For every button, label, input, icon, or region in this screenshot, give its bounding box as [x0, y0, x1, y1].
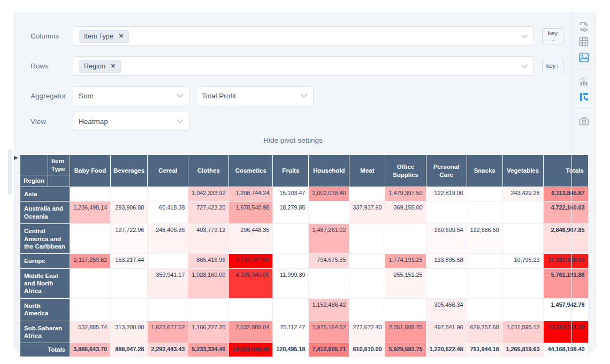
aggregator-value: Sum	[79, 92, 94, 100]
pivot-cell: 1,976,164.52	[309, 321, 349, 343]
pivot-cell: 133,895.58	[426, 254, 467, 268]
col-total-cell: 2,292,443.43	[148, 343, 188, 357]
pivot-cell	[111, 298, 148, 321]
pivot-cell: 727,423.20	[188, 202, 229, 224]
pivot-cell: 296,448.35	[229, 224, 273, 254]
columns-tags: Item Type✕	[79, 30, 132, 43]
pivot-cell	[273, 298, 309, 321]
rows-sort-key-button[interactable]: key ↓	[542, 59, 563, 73]
col-attr-label: Item Type	[48, 155, 70, 175]
collapse-handle-icon[interactable]: ▶	[14, 153, 19, 162]
pivot-cell	[502, 224, 543, 254]
columns-label: Columns	[30, 32, 59, 40]
pivot-cell: 1,678,540.98	[229, 202, 273, 224]
pivot-cell: 1,487,261.02	[309, 224, 349, 254]
row-header: Middle East and North Africa	[20, 268, 70, 298]
pivot-cell: 10,795.23	[502, 254, 543, 268]
hide-pivot-settings-link[interactable]: Hide pivot settings	[263, 136, 322, 144]
field-tag[interactable]: Item Type✕	[79, 30, 129, 43]
pivot-cell: 1,479,397.50	[385, 187, 426, 202]
col-total-cell: 888,047.28	[111, 343, 148, 357]
toolbar-divider	[577, 69, 591, 69]
table-grid-icon[interactable]	[578, 36, 590, 48]
pivot-cell	[70, 187, 110, 202]
row-header: Sub-Saharan Africa	[20, 321, 70, 343]
pivot-cell: 2,032,888.04	[229, 321, 273, 343]
pivot-cell: 1,011,595.12	[502, 321, 543, 343]
pivot-cell: 337,937.60	[349, 202, 385, 224]
rows-select[interactable]: Region✕	[73, 56, 534, 76]
bar-chart-icon[interactable]	[578, 75, 590, 87]
view-select[interactable]: Heatmap	[73, 112, 189, 131]
col-total-cell: 3,886,643.70	[70, 343, 110, 357]
chevron-down-icon	[177, 94, 183, 98]
aggregator-select[interactable]: Sum	[73, 86, 189, 105]
column-header: Meat	[349, 155, 385, 187]
pivot-cell	[349, 268, 385, 298]
columns-select[interactable]: Item Type✕	[73, 26, 534, 46]
svg-text:SQL: SQL	[580, 27, 589, 32]
image-chart-icon[interactable]	[578, 51, 590, 63]
arrow-right-icon: →	[550, 36, 556, 43]
chevron-down-icon	[301, 94, 307, 98]
column-header: Fruits	[273, 155, 309, 187]
pivot-cell: 4,105,940.05	[229, 268, 273, 298]
field-tag-label: Item Type	[84, 33, 113, 40]
chevron-down-icon	[177, 119, 183, 123]
pivot-cell: 272,672.40	[349, 321, 385, 343]
pivot-cell	[70, 298, 110, 321]
pivot-cell: 313,200.00	[111, 321, 148, 343]
scrollbar-fragment[interactable]	[8, 149, 12, 195]
column-header: Cosmetics	[229, 155, 273, 187]
column-header: Vegetables	[502, 155, 543, 187]
pivot-cell	[502, 268, 543, 298]
pivot-cell	[467, 254, 502, 268]
pivot-corner-cell	[20, 155, 48, 175]
aggregator-field-select[interactable]: Total Profit	[196, 86, 314, 105]
col-total-cell: 610,610.00	[349, 343, 385, 357]
pivot-cell: 1,774,191.25	[385, 254, 426, 268]
pivot-cell: 1,028,160.00	[188, 268, 229, 298]
pivot-table-container: Item TypeBaby FoodBeveragesCerealClothes…	[20, 154, 589, 357]
pivot-cell	[349, 187, 385, 202]
col-total-cell: 1,220,622.48	[426, 343, 467, 357]
column-header: Snacks	[467, 155, 502, 187]
pivot-cell: 18,279.85	[273, 202, 309, 224]
pivot-cell	[467, 187, 502, 202]
pivot-cell	[349, 224, 385, 254]
pivot-cell: 75,112.47	[273, 321, 309, 343]
pivot-cell: 1,236,498.14	[70, 202, 110, 224]
pivot-cell	[70, 268, 110, 298]
pivot-cell	[385, 224, 426, 254]
pivot-cell	[70, 224, 110, 254]
col-total-cell: 751,944.18	[467, 343, 502, 357]
pivot-cell: 5,233,487.00	[229, 254, 273, 268]
row-header: Australia and Oceania	[20, 202, 70, 224]
pivot-cell	[385, 298, 426, 321]
pivot-cell: 403,773.12	[188, 224, 229, 254]
columns-sort-key-button[interactable]: key →	[542, 28, 563, 44]
view-label: View	[30, 118, 46, 126]
pivot-cell: 243,429.28	[502, 187, 543, 202]
pivot-cell: 532,885.74	[70, 321, 110, 343]
pivot-cell	[349, 254, 385, 268]
col-total-cell: 5,233,334.40	[188, 343, 229, 357]
pivot-cell: 293,906.88	[111, 202, 148, 224]
pivot-icon[interactable]	[578, 91, 590, 103]
pivot-cell: 15,103.47	[273, 187, 309, 202]
camera-icon[interactable]	[578, 115, 590, 127]
pivot-cell	[148, 298, 188, 321]
sql-icon[interactable]: SQL	[578, 20, 590, 32]
pivot-cell	[229, 298, 273, 321]
pivot-cell: 160,609.54	[426, 224, 467, 254]
pivot-cell	[111, 268, 148, 298]
pivot-cell	[426, 268, 467, 298]
pivot-cell: 1,623,677.52	[148, 321, 188, 343]
field-tag[interactable]: Region✕	[79, 60, 121, 73]
pivot-cell	[111, 187, 148, 202]
pivot-cell: 497,841.96	[426, 321, 467, 343]
tag-remove-icon[interactable]: ✕	[119, 33, 124, 40]
chevron-down-icon	[521, 64, 528, 68]
column-header: Beverages	[111, 155, 148, 187]
tag-remove-icon[interactable]: ✕	[111, 63, 116, 69]
